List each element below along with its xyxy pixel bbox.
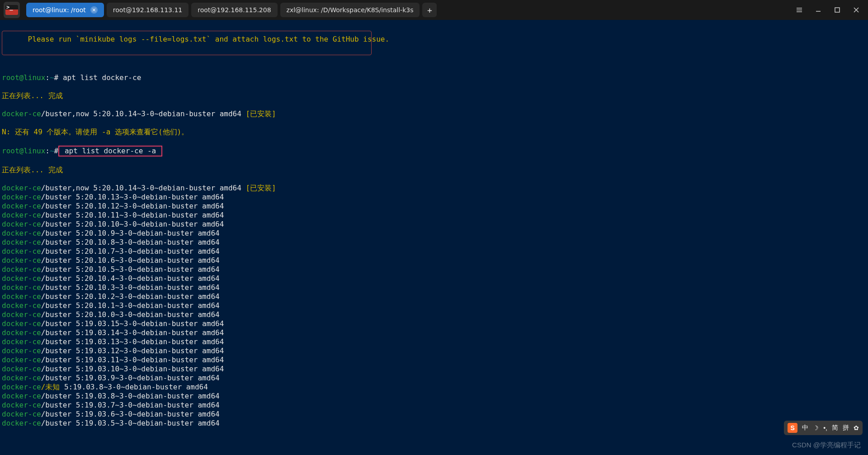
tab-label: root@linux: /root <box>33 6 86 14</box>
package-line: docker-ce/buster 5:19.03.5~3-0~debian-bu… <box>2 419 866 428</box>
ime-moon-icon[interactable]: ☽ <box>813 424 819 431</box>
tab-1[interactable]: root@192.168.113.11 <box>107 3 189 17</box>
prompt-line-1: root@linux:~# apt list docker-ce <box>2 73 866 82</box>
new-tab-button[interactable]: + <box>422 3 437 17</box>
package-line: docker-ce/buster 5:20.10.6~3-0~debian-bu… <box>2 256 866 265</box>
package-line: docker-ce/buster 5:20.10.4~3-0~debian-bu… <box>2 274 866 283</box>
prompt-line-2: root@linux:~# apt list docker-ce -a <box>2 146 866 156</box>
tab-3[interactable]: zxl@linux: /D/Workspace/K8S/install-k3s <box>280 3 420 17</box>
package-line: docker-ce/buster 5:20.10.8~3-0~debian-bu… <box>2 238 866 247</box>
error-message-box: Please run `minikube logs --file=logs.tx… <box>2 31 372 55</box>
menu-button[interactable] <box>791 3 807 17</box>
listing-status: 正在列表... 完成 <box>2 91 866 100</box>
listing-status-2: 正在列表... 完成 <box>2 166 866 175</box>
package-line: docker-ce/buster 5:20.10.10~3-0~debian-b… <box>2 220 866 229</box>
package-line: docker-ce/buster 5:19.03.6~3-0~debian-bu… <box>2 410 866 419</box>
tab-0[interactable]: root@linux: /root✕ <box>26 3 104 17</box>
package-line: docker-ce/buster 5:20.10.2~3-0~debian-bu… <box>2 292 866 301</box>
package-line: docker-ce/buster 5:19.03.8~3-0~debian-bu… <box>2 392 866 401</box>
ime-mode[interactable]: 中 <box>802 424 808 432</box>
tab-label: root@192.168.113.11 <box>113 6 182 14</box>
package-line: docker-ce/buster 5:19.03.11~3-0~debian-b… <box>2 355 866 365</box>
ime-toolbar[interactable]: S 中 ☽ •, 简 拼 ✿ <box>784 421 863 435</box>
ime-logo-icon: S <box>788 423 797 433</box>
ime-punct[interactable]: •, <box>823 424 827 431</box>
package-line: docker-ce/buster 5:19.03.14~3-0~debian-b… <box>2 328 866 337</box>
minimize-button[interactable] <box>810 3 826 17</box>
package-line: docker-ce/buster 5:19.03.13~3-0~debian-b… <box>2 337 866 346</box>
package-line: docker-ce/buster 5:20.10.0~3-0~debian-bu… <box>2 310 866 319</box>
package-line: docker-ce/buster 5:20.10.5~3-0~debian-bu… <box>2 265 866 274</box>
terminal-icon <box>5 5 18 15</box>
package-line-installed: docker-ce/buster,now 5:20.10.14~3-0~debi… <box>2 109 866 118</box>
ime-settings-icon[interactable]: ✿ <box>854 424 859 431</box>
package-line: docker-ce/buster 5:20.10.3~3-0~debian-bu… <box>2 283 866 292</box>
error-message-text: Please run `minikube logs --file=logs.tx… <box>10 35 389 43</box>
minimize-icon <box>815 7 821 13</box>
svg-rect-0 <box>835 8 840 12</box>
package-line: docker-ce/buster 5:20.10.9~3-0~debian-bu… <box>2 229 866 238</box>
package-line: docker-ce/buster 5:20.10.11~3-0~debian-b… <box>2 211 866 220</box>
terminal-output[interactable]: Please run `minikube logs --file=logs.tx… <box>0 20 868 439</box>
ime-simplified[interactable]: 简 <box>832 424 838 432</box>
tab-label: zxl@linux: /D/Workspace/K8S/install-k3s <box>287 6 414 14</box>
package-line: docker-ce/buster 5:20.10.13~3-0~debian-b… <box>2 193 866 202</box>
tab-2[interactable]: root@192.168.115.208 <box>191 3 277 17</box>
package-line: docker-ce/buster 5:20.10.12~3-0~debian-b… <box>2 202 866 211</box>
maximize-button[interactable] <box>829 3 845 17</box>
package-line: docker-ce/buster 5:20.10.7~3-0~debian-bu… <box>2 247 866 256</box>
note-line: N: 还有 49 个版本。请使用 -a 选项来查看它(他们)。 <box>2 128 866 137</box>
package-line: docker-ce/buster 5:19.03.7~3-0~debian-bu… <box>2 401 866 410</box>
package-line: docker-ce/buster 5:19.03.9~3-0~debian-bu… <box>2 374 866 383</box>
ime-pinyin[interactable]: 拼 <box>843 424 849 432</box>
tab-close-icon[interactable]: ✕ <box>90 6 98 14</box>
tab-label: root@192.168.115.208 <box>198 6 271 14</box>
package-line: docker-ce/buster 5:19.03.12~3-0~debian-b… <box>2 346 866 355</box>
close-icon <box>853 7 859 13</box>
hamburger-icon <box>796 7 802 13</box>
package-line: docker-ce/buster 5:20.10.1~3-0~debian-bu… <box>2 301 866 310</box>
maximize-icon <box>834 7 840 13</box>
titlebar: root@linux: /root✕root@192.168.113.11roo… <box>0 0 868 20</box>
package-line: docker-ce/未知 5:19.03.8~3-0~debian-buster… <box>2 383 866 392</box>
package-line: docker-ce/buster 5:19.03.10~3-0~debian-b… <box>2 365 866 374</box>
package-line: docker-ce/buster,now 5:20.10.14~3-0~debi… <box>2 184 866 193</box>
package-line: docker-ce/buster 5:19.03.15~3-0~debian-b… <box>2 319 866 328</box>
watermark: CSDN @学亮编程手记 <box>792 441 861 450</box>
app-icon <box>4 2 20 18</box>
close-button[interactable] <box>848 3 864 17</box>
highlighted-command: apt list docker-ce -a <box>58 146 162 156</box>
